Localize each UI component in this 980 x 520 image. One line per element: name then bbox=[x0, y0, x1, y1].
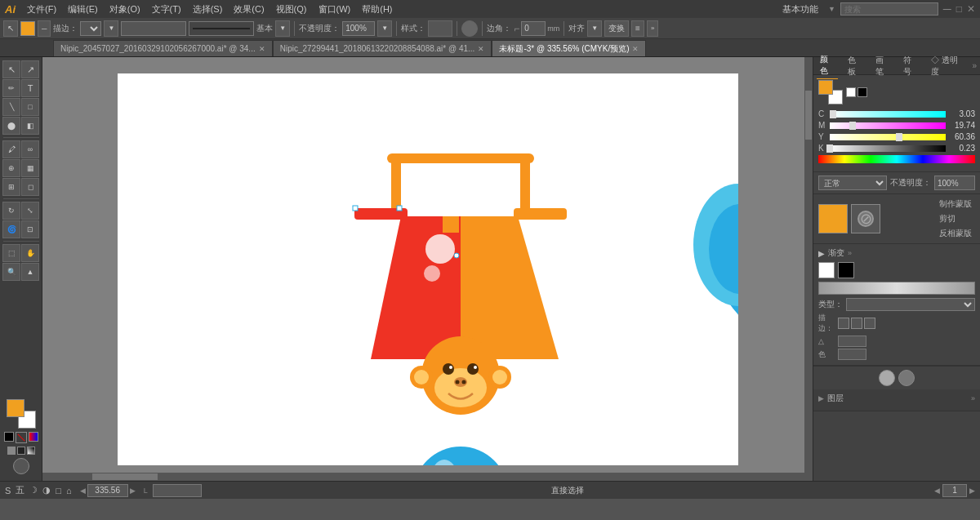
make-effect-label[interactable]: 制作蒙版 bbox=[936, 198, 975, 211]
effect-btn-1[interactable]: 剪切 bbox=[936, 212, 975, 225]
warp-tool[interactable]: 🌀 bbox=[2, 220, 20, 238]
gradient-mode-btn[interactable] bbox=[27, 447, 35, 455]
white-swatch[interactable] bbox=[846, 87, 856, 97]
style-btn[interactable] bbox=[428, 20, 452, 37]
status-icon-s[interactable]: S bbox=[5, 486, 11, 496]
select-tool[interactable]: ↖ bbox=[2, 60, 20, 78]
gradient-tool[interactable]: ◧ bbox=[21, 117, 39, 135]
rainbow-bar[interactable] bbox=[818, 155, 975, 163]
transform-btn[interactable]: 变换 bbox=[604, 20, 629, 37]
page-next[interactable]: ▶ bbox=[969, 487, 975, 495]
symbol-tool[interactable]: ⊕ bbox=[2, 159, 20, 177]
panel-circle-2[interactable] bbox=[898, 370, 915, 386]
stroke-style-btn[interactable]: ▼ bbox=[275, 20, 290, 37]
gradient-angle-input[interactable] bbox=[838, 336, 866, 347]
nav-next-btn[interactable]: ▶ bbox=[130, 487, 136, 495]
type-tool[interactable]: T bbox=[21, 79, 39, 97]
graph-tool[interactable]: ▦ bbox=[21, 159, 39, 177]
horizontal-scrollbar[interactable] bbox=[42, 473, 804, 481]
vertical-scrollbar[interactable] bbox=[804, 57, 813, 481]
rotate-tool[interactable]: ↻ bbox=[2, 202, 20, 220]
menu-object[interactable]: 对象(O) bbox=[105, 2, 145, 17]
k-slider-thumb[interactable] bbox=[826, 144, 833, 153]
status-icon-square[interactable]: □ bbox=[56, 486, 61, 496]
zoom-tool[interactable]: 🔍 bbox=[2, 263, 20, 281]
direct-select-tool[interactable]: ↗ bbox=[21, 60, 39, 78]
layers-arrow[interactable]: ▶ bbox=[818, 394, 824, 402]
tab-2[interactable]: 未标题-3* @ 335.56% (CMYK/预览) ✕ bbox=[492, 40, 646, 56]
color-mode-btn[interactable] bbox=[7, 447, 16, 455]
corner-input[interactable] bbox=[521, 21, 546, 36]
window-minimize[interactable]: ─ bbox=[943, 2, 951, 16]
window-maximize[interactable]: □ bbox=[956, 3, 962, 15]
vscroll-thumb[interactable] bbox=[805, 91, 812, 140]
search-input[interactable] bbox=[840, 2, 938, 16]
measure-tool[interactable]: ▲ bbox=[21, 263, 39, 281]
workspace-selector[interactable]: 基本功能 bbox=[777, 2, 823, 17]
swap-colors[interactable] bbox=[4, 432, 14, 442]
menu-file[interactable]: 文件(F) bbox=[22, 2, 61, 17]
scale-tool[interactable]: ⤡ bbox=[21, 202, 39, 220]
page-prev[interactable]: ◀ bbox=[934, 487, 940, 495]
tab-1-close[interactable]: ✕ bbox=[478, 45, 484, 53]
paint-tool[interactable]: ⬤ bbox=[2, 117, 20, 135]
tab-1[interactable]: Nipic_27299441_20180613220208854088.ai* … bbox=[273, 40, 492, 56]
y-slider[interactable] bbox=[830, 134, 946, 140]
fg-bg-swatch[interactable] bbox=[7, 399, 36, 429]
status-info[interactable]: L bbox=[144, 487, 148, 495]
gradient-swatch[interactable] bbox=[29, 432, 38, 442]
stroke-options[interactable]: ▼ bbox=[104, 20, 118, 37]
expand-btn[interactable]: » bbox=[647, 20, 658, 37]
effect-btn-2[interactable]: 反相蒙版 bbox=[936, 227, 975, 240]
gradient-bar[interactable] bbox=[818, 282, 975, 295]
m-slider-thumb[interactable] bbox=[849, 122, 856, 130]
stroke-icon-2[interactable] bbox=[851, 318, 862, 329]
panel-expand-btn[interactable]: » bbox=[972, 61, 977, 70]
toolbar-tools[interactable]: ↖ bbox=[3, 20, 18, 37]
eraser-tool[interactable]: ◻ bbox=[21, 178, 39, 196]
menu-view[interactable]: 视图(Q) bbox=[271, 2, 312, 17]
stroke-icon-1[interactable] bbox=[838, 318, 849, 329]
shape-tool[interactable]: □ bbox=[21, 98, 39, 116]
stroke-input[interactable] bbox=[121, 21, 186, 36]
no-color[interactable] bbox=[16, 432, 27, 443]
grad-black-swatch[interactable] bbox=[838, 262, 854, 278]
black-swatch[interactable] bbox=[858, 87, 867, 97]
menu-help[interactable]: 帮助(H) bbox=[357, 2, 397, 17]
gradient-color-input[interactable] bbox=[838, 349, 866, 360]
status-icon-wu[interactable]: 五 bbox=[16, 484, 24, 496]
menu-text[interactable]: 文字(T) bbox=[147, 2, 186, 17]
menu-edit[interactable]: 编辑(E) bbox=[63, 2, 103, 17]
opacity-value-input[interactable] bbox=[934, 176, 975, 190]
tab-0-close[interactable]: ✕ bbox=[259, 45, 265, 53]
pen-tool[interactable]: ✏ bbox=[2, 79, 20, 97]
opacity-dropdown[interactable]: ▼ bbox=[377, 20, 392, 37]
k-slider[interactable] bbox=[830, 145, 946, 152]
stroke-select[interactable] bbox=[80, 21, 101, 36]
grad-white-swatch[interactable] bbox=[818, 262, 835, 278]
line-tool[interactable]: ╲ bbox=[2, 98, 20, 116]
m-slider[interactable] bbox=[830, 122, 946, 129]
panel-circle-1[interactable] bbox=[879, 370, 895, 386]
stroke-toggle[interactable]: ─ bbox=[38, 20, 51, 37]
stroke-icon-3[interactable] bbox=[864, 318, 875, 329]
blend-tool[interactable]: ∞ bbox=[21, 140, 39, 158]
circle-btn[interactable] bbox=[461, 20, 478, 37]
nav-prev-btn[interactable]: ◀ bbox=[80, 487, 86, 495]
zoom-input[interactable] bbox=[87, 484, 128, 497]
gradient-arrow[interactable]: ▶ bbox=[818, 249, 825, 258]
eyedrop-tool[interactable]: 🖍 bbox=[2, 140, 20, 158]
status-icon-moon[interactable]: ☽ bbox=[29, 485, 38, 496]
workspace-arrow[interactable]: ▼ bbox=[828, 5, 835, 13]
c-slider[interactable] bbox=[830, 111, 946, 118]
none-mode-btn[interactable] bbox=[17, 447, 25, 455]
screen-mode[interactable] bbox=[13, 458, 29, 474]
menu-select[interactable]: 选择(S) bbox=[188, 2, 228, 17]
page-input[interactable] bbox=[942, 484, 967, 497]
tab-2-close[interactable]: ✕ bbox=[632, 45, 639, 53]
gradient-type-select[interactable] bbox=[846, 298, 975, 311]
effect-swatch[interactable] bbox=[818, 204, 848, 233]
opacity-input[interactable] bbox=[342, 21, 375, 36]
status-field[interactable] bbox=[153, 484, 202, 497]
slice-tool[interactable]: ⊞ bbox=[2, 178, 20, 196]
